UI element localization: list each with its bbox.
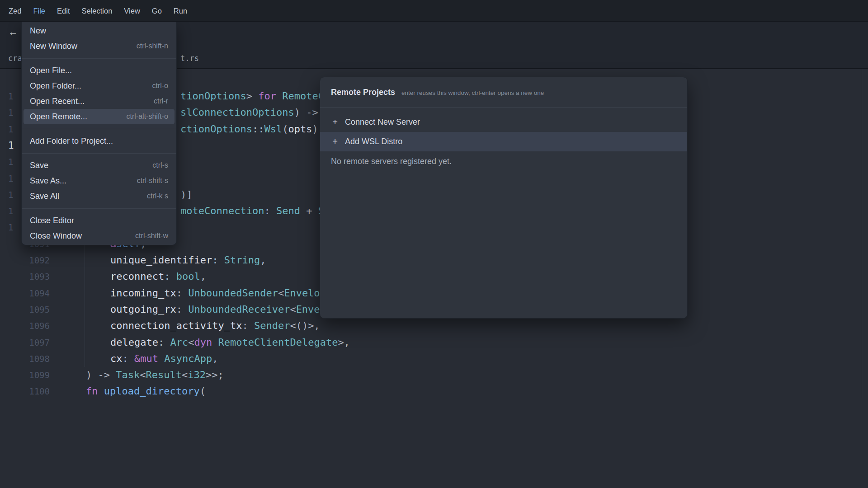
- line-number: 1092: [0, 252, 50, 268]
- indent-guide: [85, 236, 85, 367]
- code-token: RemoteClientDelegate: [218, 337, 338, 348]
- back-button[interactable]: ←: [6, 25, 20, 39]
- code-token: <()>,: [290, 320, 320, 331]
- code-token: opts: [288, 123, 312, 135]
- modal-action-add-wsl-distro[interactable]: +Add WSL Distro: [320, 132, 687, 151]
- menubar-item-selection[interactable]: Selection: [75, 0, 118, 22]
- code-token: Arc: [170, 337, 188, 348]
- code-line: ctionOptions::Wsl(opts): [180, 121, 318, 137]
- modal-action-label: Connect New Server: [345, 117, 420, 127]
- code-token: :: [242, 320, 254, 331]
- code-token: Task: [116, 369, 140, 380]
- menu-item-label: Open Recent...: [30, 97, 85, 106]
- menubar-item-edit[interactable]: Edit: [51, 0, 75, 22]
- line-number: 1093: [0, 268, 50, 285]
- code-token: ): [312, 123, 318, 135]
- code-token: <: [188, 337, 194, 348]
- code-token: ::: [252, 123, 264, 135]
- menu-item-label: Add Folder to Project...: [30, 136, 113, 146]
- scrollbar-track[interactable]: [862, 69, 862, 399]
- code-token: tionOptions: [180, 90, 246, 102]
- menu-separator: [22, 153, 176, 154]
- menu-item-open-recent[interactable]: Open Recent...ctrl-r: [24, 94, 175, 109]
- menu-item-close-editor[interactable]: Close Editor: [24, 213, 175, 228]
- menubar-item-go[interactable]: Go: [146, 0, 168, 22]
- remote-modal-empty-text: No remote servers registered yet.: [320, 151, 687, 166]
- code-token: ) ->: [86, 369, 116, 380]
- menu-item-shortcut: ctrl-shift-w: [128, 232, 168, 240]
- code-line: reconnect: bool,: [110, 268, 206, 285]
- code-token: [158, 353, 164, 364]
- code-token: :: [264, 205, 276, 216]
- menu-item-label: New: [30, 26, 46, 36]
- line-number: 1098: [0, 351, 50, 367]
- code-token: Wsl: [264, 123, 282, 135]
- menu-item-save[interactable]: Savectrl-s: [24, 158, 175, 173]
- code-token: ,: [260, 254, 266, 266]
- menu-item-label: Close Window: [30, 231, 82, 241]
- code-token: (: [282, 123, 288, 135]
- menu-item-shortcut: ctrl-o: [145, 82, 168, 90]
- code-line: delegate: Arc<dyn RemoteClientDelegate>,: [110, 334, 350, 351]
- menu-item-new-window[interactable]: New Windowctrl-shift-n: [24, 38, 175, 54]
- code-token: ctionOptions: [180, 123, 252, 135]
- code-token: connection_activity_tx: [110, 320, 242, 331]
- menu-item-shortcut: ctrl-shift-s: [130, 177, 168, 185]
- menu-item-open-remote[interactable]: Open Remote...ctrl-alt-shift-o: [24, 109, 175, 124]
- menu-item-label: Open Remote...: [30, 112, 87, 122]
- menubar-item-view[interactable]: View: [118, 0, 146, 22]
- line-number: 1100: [0, 383, 50, 399]
- code-token: >>;: [206, 369, 224, 380]
- menu-item-new[interactable]: New: [24, 23, 175, 38]
- menu-item-label: New Window: [30, 42, 77, 51]
- plus-icon: +: [331, 117, 339, 127]
- menu-item-label: Open File...: [30, 66, 72, 75]
- code-token: UnboundedSender: [188, 287, 278, 299]
- code-token: for: [258, 90, 276, 102]
- menu-item-open-file[interactable]: Open File...: [24, 63, 175, 78]
- code-token: >: [246, 90, 259, 102]
- remote-modal-actions: +Connect New Server+Add WSL Distro: [320, 108, 687, 151]
- code-token: fn: [86, 385, 98, 397]
- code-token: :: [212, 254, 224, 266]
- code-token: Send: [276, 205, 300, 216]
- menu-item-save-as[interactable]: Save As...ctrl-shift-s: [24, 173, 175, 188]
- code-token: ,: [200, 271, 206, 282]
- code-token: <: [182, 369, 188, 380]
- menubar-item-zed[interactable]: Zed: [3, 0, 27, 22]
- menu-item-label: Save: [30, 161, 48, 170]
- code-token: String: [224, 254, 260, 266]
- code-token: <: [278, 287, 284, 299]
- file-menu: NewNew Windowctrl-shift-nOpen File...Ope…: [21, 22, 177, 245]
- menu-item-label: Close Editor: [30, 216, 74, 225]
- code-line: cx: &mut AsyncApp,: [110, 351, 218, 367]
- menu-item-open-folder[interactable]: Open Folder...ctrl-o: [24, 78, 175, 94]
- menu-item-add-folder-to-project[interactable]: Add Folder to Project...: [24, 133, 175, 149]
- code-token: moteConnection: [180, 205, 264, 216]
- code-token: ,: [212, 353, 218, 364]
- menu-item-save-all[interactable]: Save Allctrl-k s: [24, 188, 175, 204]
- code-line: )]: [180, 187, 193, 203]
- code-token: +: [300, 205, 318, 216]
- menu-item-shortcut: ctrl-shift-n: [129, 42, 168, 50]
- remote-modal-hint: enter reuses this window, ctrl-enter ope…: [401, 88, 544, 96]
- modal-action-label: Add WSL Distro: [345, 137, 402, 146]
- menu-separator: [22, 129, 176, 129]
- remote-modal-header: Remote Projects enter reuses this window…: [320, 77, 687, 108]
- menu-item-shortcut: ctrl-r: [146, 97, 168, 105]
- code-line: connection_activity_tx: Sender<()>,: [110, 318, 320, 334]
- modal-action-connect-new-server[interactable]: +Connect New Server: [320, 113, 687, 132]
- code-token: <: [140, 369, 146, 380]
- menu-item-close-window[interactable]: Close Windowctrl-shift-w: [24, 228, 175, 244]
- code-line: unique_identifier: String,: [110, 252, 266, 268]
- code-token: )]: [180, 189, 193, 200]
- code-token: [276, 90, 282, 102]
- breadcrumb-right-fragment: t.rs: [180, 52, 199, 65]
- code-token: [212, 337, 218, 348]
- code-token: upload_directory: [104, 385, 200, 397]
- menubar-item-run[interactable]: Run: [168, 0, 193, 22]
- line-number: 1099: [0, 367, 50, 383]
- menubar-item-file[interactable]: File: [27, 0, 51, 22]
- code-token: unique_identifier: [110, 254, 212, 266]
- menu-item-shortcut: ctrl-alt-shift-o: [119, 113, 168, 121]
